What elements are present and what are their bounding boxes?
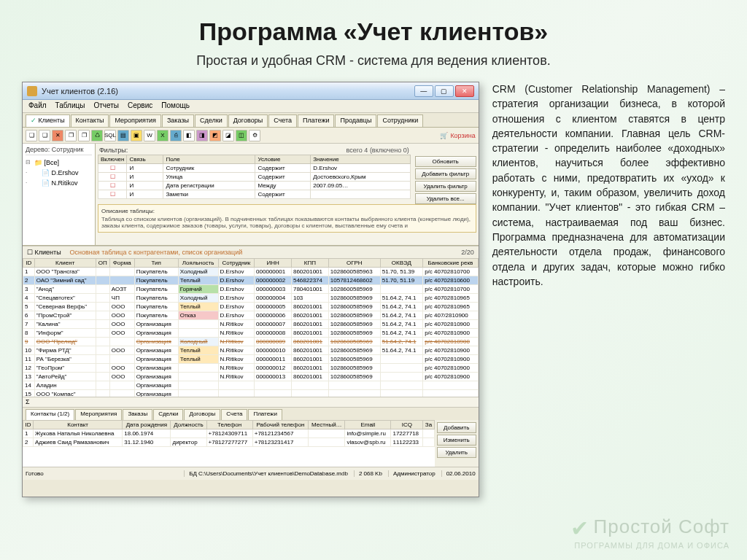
slide-title: Программа «Учет клиентов» [0, 0, 747, 46]
subtab-contracts[interactable]: Договоры [184, 409, 220, 420]
menu-reports[interactable]: Отчеты [93, 101, 119, 112]
tab-events[interactable]: Мероприятия [109, 114, 160, 127]
status-user: Администратор [388, 470, 436, 477]
tool-icon[interactable]: ◪ [222, 130, 234, 141]
remove-filter-button[interactable]: Удалить фильтр [415, 181, 476, 192]
menu-help[interactable]: Помощь [161, 101, 190, 112]
table-row[interactable]: 8"Информ"ООООрганизацияN.Ritikov00000000… [23, 329, 479, 338]
app-window: Учет клиентов (2.16) — ▢ ✕ Файл Таблицы … [22, 82, 479, 497]
tab-invoices[interactable]: Счета [268, 114, 297, 127]
subtab-contacts[interactable]: Контакты (1/2) [26, 409, 74, 420]
sub-tabs: Контакты (1/2) Мероприятия Заказы Сделки… [23, 407, 479, 420]
tree-node[interactable]: 📄 N.Ritikov [26, 178, 92, 188]
tool-icon[interactable]: ◧ [183, 130, 195, 141]
titlebar: Учет клиентов (2.16) — ▢ ✕ [23, 82, 479, 100]
tool-icon[interactable]: ✕ [52, 130, 63, 141]
tool-icon[interactable]: ❐ [78, 130, 90, 141]
tab-orders[interactable]: Заказы [162, 114, 194, 127]
tool-icon[interactable]: ⚙ [249, 130, 260, 141]
status-date: 02.06.2010 [441, 470, 476, 477]
table-row[interactable]: 12"ГеоПром"ООООрганизацияN.Ritikov000000… [23, 364, 479, 373]
clients-grid[interactable]: IDКлиентОПФормаТипЛояльностьСотрудникИНН… [23, 258, 479, 397]
remove-all-button[interactable]: Удалить все... [415, 193, 476, 204]
tab-employees[interactable]: Сотрудники [377, 114, 423, 127]
filters-label: Фильтры: [99, 147, 128, 154]
tool-icon[interactable]: ▣ [131, 130, 142, 141]
clients-counter: 2/20 [461, 249, 474, 256]
table-row[interactable]: 2Аджиев Саид Рамазанович31.12.1940директ… [23, 438, 435, 447]
tool-icon[interactable]: ❏ [26, 130, 37, 141]
refresh-button[interactable]: Обновить [415, 156, 476, 167]
main-tabs: Клиенты Контакты Мероприятия Заказы Сдел… [23, 113, 479, 128]
delete-contact-button[interactable]: Удалить [437, 447, 476, 458]
tool-icon[interactable]: X [157, 130, 169, 141]
app-icon [27, 86, 37, 96]
status-db: БД C:\Users\Documents\Учет клиентов\Demo… [184, 470, 348, 477]
table-row[interactable]: 4"Спецавтотех"ЧППокупательХолодныйD.Ersh… [23, 294, 479, 303]
table-row[interactable]: 1ООО "Трансгаз"ПокупательХолодныйD.Ersho… [23, 268, 479, 276]
menu-service[interactable]: Сервис [128, 101, 152, 112]
subtab-orders[interactable]: Заказы [123, 409, 152, 420]
tree-pane: Дерево: Сотрудник 📁 [Все] 📄 D.Ershov 📄 N… [23, 144, 96, 245]
tool-icon[interactable]: ❐ [65, 130, 77, 141]
add-filter-button[interactable]: Добавить фильтр [415, 168, 476, 179]
tool-icon[interactable]: ❏ [39, 130, 50, 141]
table-row[interactable]: 15ООО "Компас"Организация [23, 390, 479, 397]
close-button[interactable]: ✕ [455, 85, 474, 97]
tool-icon[interactable]: ▤ [117, 130, 129, 141]
tool-icon[interactable]: ◨ [196, 130, 208, 141]
table-row[interactable]: 7"Калина"ООООрганизацияN.Ritikov00000000… [23, 320, 479, 329]
tree-root[interactable]: 📁 [Все] [26, 158, 92, 168]
table-row[interactable]: 1Жукова Наталья Николаевна18.06.1974+781… [23, 429, 435, 438]
description-text: CRM (Customer Relationship Management) –… [492, 82, 725, 497]
tab-clients[interactable]: Клиенты [26, 114, 70, 127]
tree-header: Дерево: Сотрудник [26, 146, 92, 155]
watermark: ✔Простой Софт ПРОГРАММЫ ДЛЯ ДОМА И ОФИСА [570, 516, 729, 550]
tool-icon[interactable]: SQL [104, 130, 116, 141]
menu-tables[interactable]: Таблицы [55, 101, 85, 112]
tree-node[interactable]: 📄 D.Ershov [26, 168, 92, 178]
table-row[interactable]: 3"Анод"АОЗТПокупательГорячийD.Ershov0000… [23, 285, 479, 294]
window-title: Учет клиентов (2.16) [42, 87, 414, 96]
filter-table[interactable]: ВключенСвязь ПолеУсловие Значение ☐ИСотр… [98, 155, 411, 199]
status-size: 2 068 Kb [354, 470, 382, 477]
slide-subtitle: Простая и удобная CRM - система для веде… [0, 53, 747, 69]
tool-icon[interactable]: ◩ [209, 130, 221, 141]
tool-icon[interactable]: ⎙ [170, 130, 182, 141]
tab-deals[interactable]: Сделки [195, 114, 228, 127]
edit-contact-button[interactable]: Изменить [437, 435, 476, 446]
table-row[interactable]: 2ОАО "Зимний сад"ПокупательТеплыйD.Ersho… [23, 276, 479, 285]
subtab-deals[interactable]: Сделки [153, 409, 183, 420]
maximize-button[interactable]: ▢ [435, 85, 454, 97]
tab-contracts[interactable]: Договоры [228, 114, 268, 127]
tool-icon[interactable]: ◫ [236, 130, 247, 141]
table-row[interactable]: 14АладинОрганизация [23, 381, 479, 390]
cart-link[interactable]: 🛒 Корзина [440, 132, 475, 139]
status-ready: Готово [26, 470, 44, 477]
table-row[interactable]: 10"Фирма РТД"ООООрганизацияТеплыйN.Ritik… [23, 346, 479, 355]
subtab-invoices[interactable]: Счета [221, 409, 247, 420]
table-description: Описание таблицы: Таблица со списком кли… [98, 204, 476, 233]
subtab-payments[interactable]: Платежи [248, 409, 282, 420]
table-row[interactable]: 5"Северная Верфь"ОООПокупательТеплыйD.Er… [23, 303, 479, 311]
tab-sellers[interactable]: Продавцы [335, 114, 376, 127]
subtab-events[interactable]: Мероприятия [75, 409, 122, 420]
contacts-grid[interactable]: IDКонтактДата рожденияДолжностьТелефонРа… [23, 420, 435, 467]
add-contact-button[interactable]: Добавить [437, 422, 476, 433]
statusbar: Готово БД C:\Users\Documents\Учет клиент… [23, 467, 479, 480]
table-row[interactable]: 9ООО "Прелюд"ОрганизацияХолодныйN.Ritiko… [23, 338, 479, 346]
table-row[interactable]: 11РА "Березка"ОрганизацияТеплыйN.Ritikov… [23, 355, 479, 364]
table-row[interactable]: 13"АвтоРейд"ООООрганизацияN.Ritikov00000… [23, 373, 479, 381]
clients-label: ☐ Клиенты [27, 249, 61, 256]
tab-contacts[interactable]: Контакты [71, 114, 109, 127]
tool-icon[interactable]: W [144, 130, 155, 141]
minimize-button[interactable]: — [414, 85, 433, 97]
clients-subtitle: Основная таблица с контрагентами, список… [70, 249, 462, 256]
filters-count: всего 4 (включено 0) [135, 147, 409, 154]
menu-file[interactable]: Файл [28, 101, 47, 112]
check-icon: ✔ [570, 516, 589, 541]
tab-payments[interactable]: Платежи [298, 114, 335, 127]
table-row[interactable]: 6"ПромСтрой"ОООПокупательОтказD.Ershov00… [23, 311, 479, 320]
tool-icon[interactable]: ♺ [91, 130, 103, 141]
toolbar: ❏ ❏ ✕ ❐ ❐ ♺ SQL ▤ ▣ W X ⎙ ◧ ◨ ◩ ◪ ◫ ⚙ 🛒 … [23, 128, 479, 144]
